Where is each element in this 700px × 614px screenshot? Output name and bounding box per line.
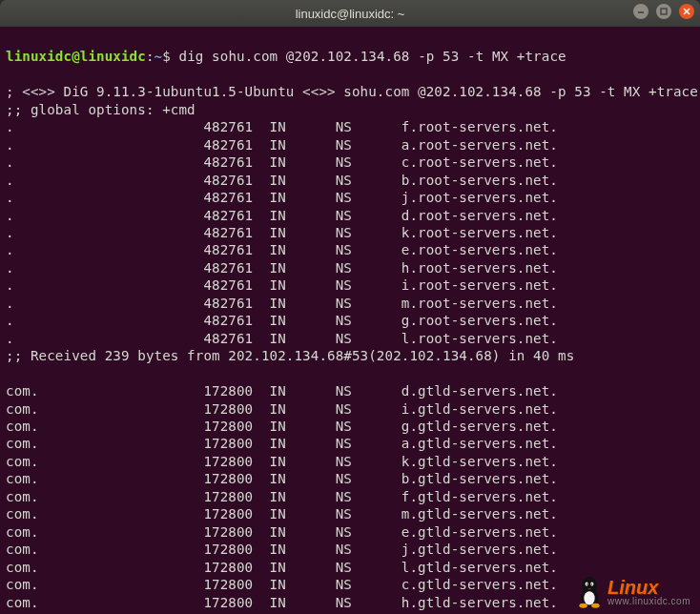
prompt-user-host: linuxidc@linuxidc bbox=[6, 49, 146, 64]
maximize-button[interactable] bbox=[656, 4, 671, 19]
close-button[interactable] bbox=[679, 4, 694, 19]
root-servers-block: . 482761 IN NS f.root-servers.net. . 482… bbox=[6, 118, 694, 347]
svg-rect-1 bbox=[661, 9, 667, 14]
svg-point-9 bbox=[587, 583, 587, 584]
dig-banner: ; <<>> DiG 9.11.3-1ubuntu1.5-Ubuntu <<>>… bbox=[6, 84, 698, 99]
svg-point-12 bbox=[591, 604, 600, 608]
prompt-path: ~ bbox=[154, 49, 163, 64]
watermark-title: Linux bbox=[607, 578, 690, 597]
tux-icon bbox=[575, 576, 604, 608]
watermark: Linux www.linuxidc.com bbox=[575, 576, 690, 608]
window-controls bbox=[633, 4, 694, 19]
dig-options: ;; global options: +cmd bbox=[6, 102, 196, 117]
watermark-url: www.linuxidc.com bbox=[607, 597, 690, 606]
svg-point-10 bbox=[591, 583, 592, 584]
window-titlebar: linuxidc@linuxidc: ~ bbox=[0, 0, 700, 27]
window-title: linuxidc@linuxidc: ~ bbox=[0, 7, 700, 21]
command-text: dig sohu.com @202.102.134.68 -p 53 -t MX… bbox=[179, 49, 566, 64]
minimize-button[interactable] bbox=[633, 4, 649, 19]
svg-point-6 bbox=[584, 591, 594, 604]
terminal-output[interactable]: linuxidc@linuxidc:~$ dig sohu.com @202.1… bbox=[0, 27, 700, 614]
received-summary: ;; Received 239 bytes from 202.102.134.6… bbox=[6, 348, 574, 363]
svg-point-11 bbox=[579, 604, 587, 608]
